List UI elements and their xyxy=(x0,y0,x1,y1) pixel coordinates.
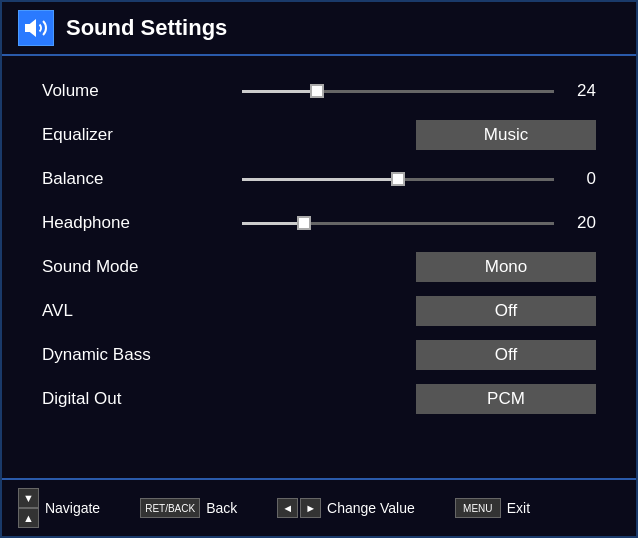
navigate-keys: ▼ ▲ xyxy=(18,488,39,528)
right-arrow-key: ► xyxy=(300,498,321,518)
ret-back-key[interactable]: RET/BACK xyxy=(140,498,200,518)
digital-out-dropdown[interactable]: PCM xyxy=(416,384,596,414)
digital-out-row: Digital Out PCM xyxy=(42,380,596,418)
headphone-label: Headphone xyxy=(42,213,242,233)
up-arrow-key: ▲ xyxy=(18,508,39,528)
sound-mode-control: Mono xyxy=(242,252,596,282)
equalizer-control: Music xyxy=(242,120,596,150)
sound-settings-screen: Sound Settings Volume 24 Equalizer Music xyxy=(0,0,638,538)
change-value-item: ◄ ► Change Value xyxy=(277,498,414,518)
balance-label: Balance xyxy=(42,169,242,189)
sound-mode-dropdown[interactable]: Mono xyxy=(416,252,596,282)
volume-fill xyxy=(242,90,317,93)
balance-thumb[interactable] xyxy=(391,172,405,186)
headphone-track xyxy=(242,222,554,225)
balance-slider-container[interactable]: 0 xyxy=(242,169,596,189)
volume-control: 24 xyxy=(242,81,596,101)
headphone-value: 20 xyxy=(566,213,596,233)
avl-label: AVL xyxy=(42,301,242,321)
back-label: Back xyxy=(206,500,237,516)
navigate-item: ▼ ▲ Navigate xyxy=(18,488,100,528)
sound-mode-row: Sound Mode Mono xyxy=(42,248,596,286)
headphone-thumb[interactable] xyxy=(297,216,311,230)
avl-dropdown[interactable]: Off xyxy=(416,296,596,326)
exit-label: Exit xyxy=(507,500,530,516)
exit-item: MENU Exit xyxy=(455,498,530,518)
volume-track xyxy=(242,90,554,93)
headphone-fill xyxy=(242,222,304,225)
svg-marker-0 xyxy=(26,21,35,35)
dynamic-bass-label: Dynamic Bass xyxy=(42,345,242,365)
avl-row: AVL Off xyxy=(42,292,596,330)
balance-track xyxy=(242,178,554,181)
dynamic-bass-control: Off xyxy=(242,340,596,370)
menu-key[interactable]: MENU xyxy=(455,498,501,518)
balance-fill xyxy=(242,178,398,181)
dynamic-bass-row: Dynamic Bass Off xyxy=(42,336,596,374)
headphone-slider-container[interactable]: 20 xyxy=(242,213,596,233)
volume-slider-container[interactable]: 24 xyxy=(242,81,596,101)
volume-label: Volume xyxy=(42,81,242,101)
navigate-label: Navigate xyxy=(45,500,100,516)
digital-out-label: Digital Out xyxy=(42,389,242,409)
left-arrow-key: ◄ xyxy=(277,498,298,518)
equalizer-row: Equalizer Music xyxy=(42,116,596,154)
left-right-arrows: ◄ ► xyxy=(277,498,321,518)
equalizer-dropdown[interactable]: Music xyxy=(416,120,596,150)
volume-value: 24 xyxy=(566,81,596,101)
back-item: RET/BACK Back xyxy=(140,498,237,518)
headphone-control: 20 xyxy=(242,213,596,233)
sound-icon xyxy=(18,10,54,46)
digital-out-control: PCM xyxy=(242,384,596,414)
headphone-row: Headphone 20 xyxy=(42,204,596,242)
volume-thumb[interactable] xyxy=(310,84,324,98)
volume-row: Volume 24 xyxy=(42,72,596,110)
change-value-label: Change Value xyxy=(327,500,415,516)
settings-content: Volume 24 Equalizer Music Balance xyxy=(2,56,636,478)
page-title: Sound Settings xyxy=(66,15,227,41)
header: Sound Settings xyxy=(2,2,636,56)
avl-control: Off xyxy=(242,296,596,326)
footer: ▼ ▲ Navigate RET/BACK Back ◄ ► Change Va… xyxy=(2,478,636,536)
balance-control: 0 xyxy=(242,169,596,189)
equalizer-label: Equalizer xyxy=(42,125,242,145)
down-arrow-key: ▼ xyxy=(18,488,39,508)
sound-mode-label: Sound Mode xyxy=(42,257,242,277)
up-down-arrows: ▼ ▲ xyxy=(18,488,39,528)
dynamic-bass-dropdown[interactable]: Off xyxy=(416,340,596,370)
balance-value: 0 xyxy=(566,169,596,189)
balance-row: Balance 0 xyxy=(42,160,596,198)
